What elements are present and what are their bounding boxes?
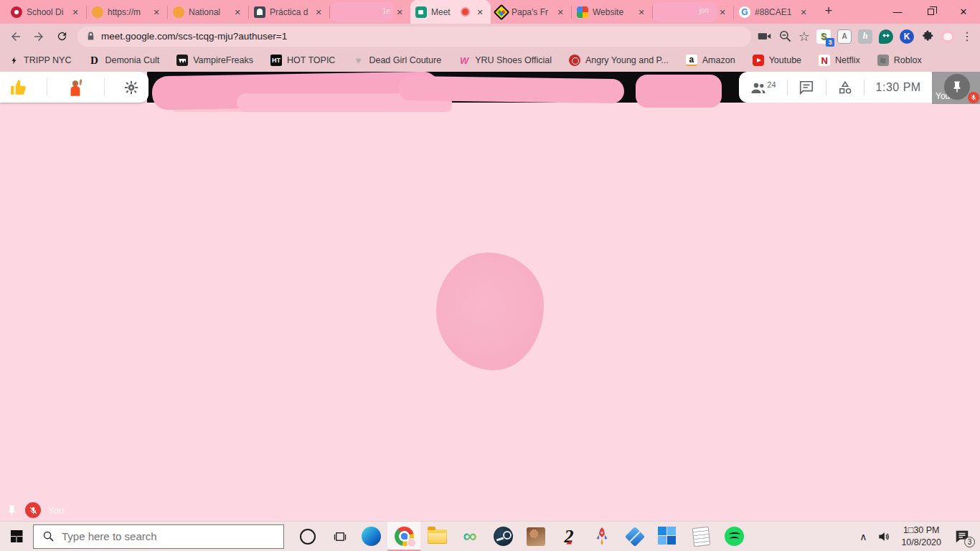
- start-button[interactable]: [0, 522, 33, 551]
- meet-header-controls: 24 1:30 PM: [739, 72, 932, 103]
- red-circle-icon: [569, 55, 580, 66]
- raising-hand-icon[interactable]: [65, 77, 85, 98]
- youtube-play-icon: [753, 55, 764, 66]
- tab-painted-2[interactable]: joo ✕: [653, 0, 733, 24]
- tab-meet-active[interactable]: Meet ✕: [410, 0, 491, 24]
- chrome-tab-strip: School Di ✕ https://m ✕ National ✕ Práct…: [0, 0, 980, 24]
- bookmark-vampirefreaks[interactable]: VampireFreaks: [176, 55, 253, 66]
- tab-website[interactable]: Website ✕: [572, 0, 652, 24]
- zoom-out-icon[interactable]: [778, 29, 792, 43]
- taskbar-infinity-app-icon[interactable]: ∞: [453, 522, 486, 551]
- bookmark-tripp-nyc[interactable]: TRIPP NYC: [10, 55, 71, 66]
- forward-button[interactable]: [29, 27, 49, 47]
- tab-painted-1[interactable]: 1e ✕: [330, 0, 410, 24]
- activities-icon[interactable]: [837, 80, 853, 95]
- address-bar[interactable]: meet.google.com/scs-tcqg-mju?authuser=1: [77, 27, 751, 47]
- bookmark-dead-girl-couture[interactable]: ♥ Dead Girl Couture: [352, 55, 441, 66]
- bookmark-roblox[interactable]: Roblox: [877, 55, 922, 66]
- taskbar-edge-icon[interactable]: [354, 522, 387, 551]
- bookmark-yru-shoes[interactable]: W YRU Shoes Official: [458, 55, 552, 66]
- translate-extension-icon[interactable]: A: [837, 29, 852, 44]
- papas-game-favicon: [494, 4, 510, 20]
- close-icon[interactable]: ✕: [151, 6, 162, 18]
- speaker-icon[interactable]: [877, 529, 891, 544]
- tab-title: https://m: [108, 7, 146, 17]
- close-icon[interactable]: ✕: [313, 6, 324, 18]
- gear-icon[interactable]: [123, 80, 139, 95]
- system-tray: ∧ 1□30 PM 10/8/2020 3: [859, 524, 980, 549]
- bookmark-netflix[interactable]: N Netflix: [819, 55, 860, 66]
- search-input[interactable]: [62, 530, 248, 542]
- taskbar-steam-icon[interactable]: [486, 522, 519, 551]
- taskbar-file-explorer-icon[interactable]: [420, 522, 453, 551]
- chat-icon[interactable]: [798, 80, 814, 95]
- windows-taskbar: ∞ 2 ∧ 1□30 PM 10/8/2020 3: [0, 521, 980, 551]
- close-icon[interactable]: ✕: [232, 6, 243, 18]
- restore-button[interactable]: [914, 0, 947, 24]
- tab-https-m[interactable]: https://m ✕: [87, 0, 167, 24]
- close-icon[interactable]: ✕: [394, 6, 405, 18]
- chrome-menu-icon[interactable]: ⋮: [961, 29, 973, 43]
- camera-icon[interactable]: [757, 29, 772, 44]
- minimize-button[interactable]: —: [881, 0, 914, 24]
- cortana-button[interactable]: [300, 529, 316, 545]
- tab-national[interactable]: National ✕: [168, 0, 248, 24]
- taskbar-rocket-app-icon[interactable]: [585, 522, 618, 551]
- profile-avatar[interactable]: [941, 29, 955, 44]
- pin-button[interactable]: [944, 74, 970, 100]
- tab-practica[interactable]: Práctica d ✕: [249, 0, 329, 24]
- bookmark-amazon[interactable]: a Amazon: [686, 55, 735, 66]
- bookmark-angry-young[interactable]: Angry Young and P...: [569, 55, 669, 66]
- thumbs-up-icon[interactable]: [9, 78, 28, 97]
- taskbar-cube-app-icon[interactable]: [651, 522, 684, 551]
- back-arrow-icon: [9, 30, 22, 43]
- clock-and-date[interactable]: 1□30 PM 10/8/2020: [901, 524, 941, 549]
- new-tab-button[interactable]: +: [819, 1, 839, 22]
- close-icon[interactable]: ✕: [474, 6, 486, 18]
- bookmark-label: YRU Shoes Official: [475, 55, 552, 65]
- teal-extension-icon[interactable]: [879, 29, 893, 44]
- extension-s-icon[interactable]: S 3: [816, 29, 831, 44]
- honey-extension-icon[interactable]: h: [858, 29, 872, 44]
- chevron-up-icon[interactable]: ∧: [859, 531, 867, 542]
- task-view-button[interactable]: [326, 522, 354, 551]
- bookmark-hot-topic[interactable]: HT HOT TOPIC: [270, 55, 335, 66]
- extensions-puzzle-icon[interactable]: [920, 29, 934, 43]
- steam-icon: [494, 527, 513, 546]
- back-button[interactable]: [6, 27, 26, 47]
- close-icon[interactable]: ✕: [717, 6, 728, 18]
- translate-glyph: A: [842, 32, 847, 40]
- close-icon[interactable]: ✕: [798, 6, 809, 18]
- participants-button[interactable]: 24: [750, 79, 776, 96]
- taskbar-squiggle-game-icon[interactable]: 2: [552, 522, 585, 551]
- google-meet-favicon: [415, 6, 427, 18]
- action-center-button[interactable]: 3: [951, 526, 973, 547]
- close-icon[interactable]: ✕: [555, 6, 566, 18]
- tray-time: 1□30 PM: [901, 524, 941, 537]
- reload-button[interactable]: [52, 27, 72, 47]
- self-video-tile[interactable]: You: [932, 72, 980, 104]
- taskbar-diamond-app-icon[interactable]: [618, 522, 651, 551]
- notification-badge: 3: [964, 537, 975, 547]
- bookmark-label: Roblox: [894, 55, 922, 65]
- divider: [104, 79, 105, 96]
- taskbar-game-icon[interactable]: [519, 522, 552, 551]
- taskbar-search[interactable]: [33, 524, 284, 549]
- bookmark-label: Amazon: [702, 55, 735, 65]
- k-extension-icon[interactable]: K: [900, 29, 914, 44]
- infinity-icon: ∞: [463, 527, 476, 546]
- taskbar-chrome-icon[interactable]: [387, 522, 420, 551]
- close-icon[interactable]: ✕: [70, 6, 81, 18]
- tab-papas[interactable]: Papa's Fr ✕: [491, 0, 571, 24]
- folder-icon: [428, 529, 447, 544]
- close-icon[interactable]: ✕: [636, 6, 647, 18]
- taskbar-notepad-icon[interactable]: [684, 522, 717, 551]
- bookmark-demonia[interactable]: D Demonia Cult: [88, 55, 159, 66]
- taskbar-spotify-icon[interactable]: [717, 522, 750, 551]
- tab-color-code[interactable]: G #88CAE1 ✕: [734, 0, 814, 24]
- bookmark-star-icon[interactable]: ☆: [798, 29, 810, 44]
- lock-icon: [86, 31, 95, 42]
- tab-school[interactable]: School Di ✕: [6, 0, 86, 24]
- close-window-button[interactable]: ✕: [947, 0, 980, 24]
- bookmark-youtube[interactable]: Youtube: [753, 55, 801, 66]
